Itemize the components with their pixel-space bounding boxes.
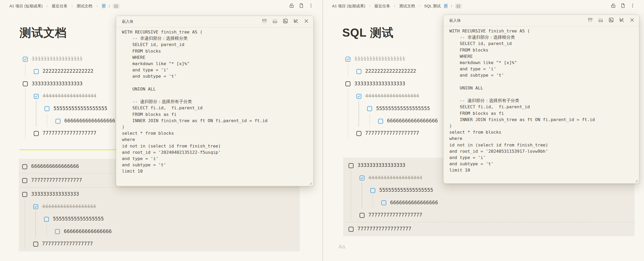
task-text[interactable]: 66666666666666666 — [64, 118, 115, 123]
task-checkbox[interactable] — [23, 81, 28, 86]
expand-down-button[interactable] — [598, 17, 603, 24]
task-text[interactable]: 777777777777777777 — [365, 130, 419, 136]
embed-task-text[interactable]: 3333333333333333 — [31, 191, 79, 197]
task-text[interactable]: 22222222222222222 — [365, 68, 416, 74]
embed-editor-header: 嵌入块 — [116, 16, 313, 27]
unpin-icon — [619, 17, 624, 23]
embed-task-checkbox[interactable] — [360, 213, 365, 218]
embed-task-text[interactable]: 777777777777777777 — [368, 212, 422, 218]
task-checkbox[interactable] — [55, 119, 60, 124]
list-guide-line — [348, 64, 348, 77]
empty-block-placeholder[interactable]: Aa — [338, 243, 345, 250]
task-checkbox[interactable] — [356, 131, 361, 136]
list-guide-line — [46, 224, 47, 237]
list-guide-line — [25, 64, 26, 77]
resize-handle-icon[interactable] — [309, 181, 312, 185]
expand-down-icon — [272, 18, 278, 24]
checkmark-icon — [35, 95, 38, 98]
list-guide-line — [348, 88, 348, 139]
task-checkbox[interactable] — [23, 57, 28, 62]
sql-code-editor[interactable]: WITH RECURSIVE finish_tree AS ( -- 非递归部分… — [122, 29, 267, 175]
task-checkbox[interactable] — [367, 106, 372, 111]
embed-task-text[interactable]: 6666666666666666 — [31, 163, 79, 169]
close-icon — [629, 17, 635, 23]
embed-task-checkbox[interactable] — [360, 175, 365, 180]
list-guide-line — [362, 183, 362, 208]
task-checkbox[interactable] — [34, 131, 39, 136]
list-guide-line — [36, 101, 36, 127]
task-checkbox[interactable] — [44, 106, 49, 111]
embed-task-checkbox[interactable] — [349, 163, 354, 168]
expand-up-button[interactable] — [587, 17, 593, 24]
task-text[interactable]: 33333333333333333 — [32, 81, 82, 86]
result-separator — [344, 222, 635, 222]
resize-handle-icon[interactable] — [635, 179, 638, 182]
list-guide-line — [369, 113, 370, 127]
resize-handle-icon — [309, 181, 312, 185]
embed-editor-title: 嵌入块 — [122, 19, 133, 24]
unpin-icon — [293, 18, 299, 24]
task-text[interactable]: 22222222222222222 — [43, 68, 93, 74]
image-icon — [283, 18, 288, 24]
embed-task-text[interactable]: 6666666666666666 — [390, 200, 438, 205]
task-text[interactable]: 555555555555555555 — [376, 105, 430, 111]
embed-task-checkbox[interactable] — [33, 204, 38, 209]
embed-task-checkbox[interactable] — [33, 242, 38, 247]
list-guide-line — [35, 211, 36, 237]
list-guide-line — [25, 199, 25, 249]
task-text[interactable]: 777777777777777777 — [43, 130, 97, 136]
task-checkbox[interactable] — [34, 94, 39, 99]
embed-task-text[interactable]: 777777777777777777 — [357, 226, 411, 231]
embed-block-editor: 嵌入块 WITH RECURSIVE finish_tree AS ( -- 非… — [116, 16, 313, 186]
task-text[interactable]: 33333333333333333 — [354, 81, 405, 86]
task-checkbox[interactable] — [356, 94, 361, 99]
task-checkbox[interactable] — [34, 69, 39, 74]
embed-task-checkbox[interactable] — [370, 188, 375, 193]
embed-task-text[interactable]: 77777777777777777 — [31, 177, 82, 183]
checkmark-icon — [34, 205, 37, 208]
task-text[interactable]: 444444444444444444 — [365, 93, 419, 99]
task-checkbox[interactable] — [345, 81, 350, 86]
embed-task-text[interactable]: 444444444444444444 — [368, 175, 422, 180]
unpin-button[interactable] — [293, 18, 299, 25]
sql-code-editor[interactable]: WITH RECURSIVE finish_tree AS ( -- 非递归部分… — [449, 28, 595, 174]
task-text[interactable]: 555555555555555555 — [53, 105, 107, 111]
close-button[interactable] — [629, 17, 635, 24]
task-checkbox[interactable] — [345, 57, 350, 62]
task-text[interactable]: 11111111111111111 — [32, 56, 82, 61]
image-button[interactable] — [283, 18, 288, 25]
task-text[interactable]: 66666666666666666 — [387, 118, 438, 123]
embed-task-text[interactable]: 6666666666666666 — [64, 228, 112, 234]
embed-editor-title: 嵌入块 — [449, 18, 461, 23]
embed-task-text[interactable]: 444444444444444444 — [42, 203, 96, 209]
embed-task-text[interactable]: 55555555555555555 — [53, 216, 104, 222]
list-guide-line — [25, 88, 26, 139]
image-button[interactable] — [608, 17, 614, 24]
embed-task-checkbox[interactable] — [22, 178, 27, 183]
embed-task-checkbox[interactable] — [44, 217, 49, 222]
task-text[interactable]: 444444444444444444 — [43, 93, 97, 99]
embed-task-checkbox[interactable] — [349, 227, 354, 232]
embed-task-checkbox[interactable] — [22, 164, 27, 169]
task-text[interactable]: 11111111111111111 — [354, 56, 405, 61]
embed-block-editor: 嵌入块 WITH RECURSIVE finish_tree AS ( -- 非… — [443, 15, 639, 184]
unpin-button[interactable] — [619, 17, 624, 24]
embed-task-text[interactable]: 77777777777777777 — [42, 241, 93, 246]
expand-up-button[interactable] — [262, 18, 267, 25]
list-guide-line — [373, 195, 373, 208]
resize-handle-icon — [635, 179, 638, 182]
embed-task-checkbox[interactable] — [55, 229, 60, 234]
list-guide-line — [47, 113, 47, 127]
task-checkbox[interactable] — [378, 119, 383, 124]
embed-task-checkbox[interactable] — [22, 192, 27, 197]
image-icon — [608, 17, 614, 23]
embed-task-checkbox[interactable] — [381, 200, 386, 205]
task-checkbox[interactable] — [356, 69, 361, 74]
checkmark-icon — [360, 176, 364, 180]
expand-down-button[interactable] — [272, 18, 278, 25]
close-button[interactable] — [304, 18, 309, 25]
list-guide-line — [359, 101, 359, 127]
embed-task-text[interactable]: 555555555555555555 — [379, 187, 433, 193]
checkmark-icon — [24, 58, 27, 61]
embed-task-text[interactable]: 3333333333333333 — [357, 162, 405, 168]
